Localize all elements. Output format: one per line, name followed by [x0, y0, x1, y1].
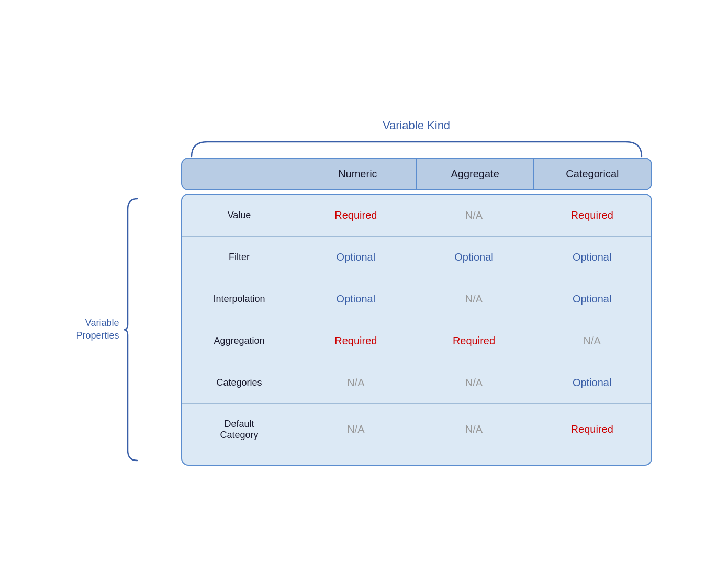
header-row: Numeric Aggregate Categorical — [181, 158, 652, 190]
cell-numeric: N/A — [297, 362, 416, 403]
table-row: InterpolationOptionalN/AOptional — [182, 278, 651, 320]
row-property-label: Value — [182, 195, 297, 236]
table-row: CategoriesN/AN/AOptional — [182, 362, 651, 404]
body-wrapper: Variable Properties ValueRequiredN/ARequ… — [76, 194, 652, 466]
cell-numeric: Required — [297, 195, 416, 236]
cell-aggregate: N/A — [415, 404, 533, 455]
header-aggregate: Aggregate — [417, 159, 534, 189]
variable-kind-brace — [181, 137, 652, 158]
cell-categorical: Optional — [533, 278, 651, 320]
row-property-label: Interpolation — [182, 278, 297, 320]
cell-aggregate: N/A — [415, 362, 533, 403]
cell-aggregate: Optional — [415, 237, 533, 278]
variable-properties-label-area: Variable Properties — [76, 194, 181, 466]
table-row: ValueRequiredN/ARequired — [182, 195, 651, 237]
cell-categorical: N/A — [533, 320, 651, 362]
cell-numeric: Optional — [297, 278, 416, 320]
cell-categorical: Optional — [533, 362, 651, 403]
header-categorical: Categorical — [534, 159, 651, 189]
cell-aggregate: Required — [415, 320, 533, 362]
header-empty-cell — [182, 159, 299, 189]
header-numeric: Numeric — [299, 159, 417, 189]
table-row: Default CategoryN/AN/ARequired — [182, 404, 651, 455]
table-row: FilterOptionalOptionalOptional — [182, 237, 651, 278]
variable-properties-label: Variable Properties — [76, 317, 122, 342]
cell-aggregate: N/A — [415, 195, 533, 236]
cell-numeric: Required — [297, 320, 416, 362]
row-property-label: Default Category — [182, 404, 297, 455]
table-body: ValueRequiredN/ARequiredFilterOptionalOp… — [181, 194, 652, 466]
table-row: AggregationRequiredRequiredN/A — [182, 320, 651, 362]
cell-numeric: N/A — [297, 404, 416, 455]
row-property-label: Filter — [182, 237, 297, 278]
row-property-label: Categories — [182, 362, 297, 403]
cell-categorical: Optional — [533, 237, 651, 278]
main-container: Variable Kind Numeric Aggregate Categori… — [76, 119, 652, 466]
variable-kind-label: Variable Kind — [181, 119, 652, 132]
cell-numeric: Optional — [297, 237, 416, 278]
cell-aggregate: N/A — [415, 278, 533, 320]
row-property-label: Aggregation — [182, 320, 297, 362]
cell-categorical: Required — [533, 195, 651, 236]
cell-categorical: Required — [533, 404, 651, 455]
